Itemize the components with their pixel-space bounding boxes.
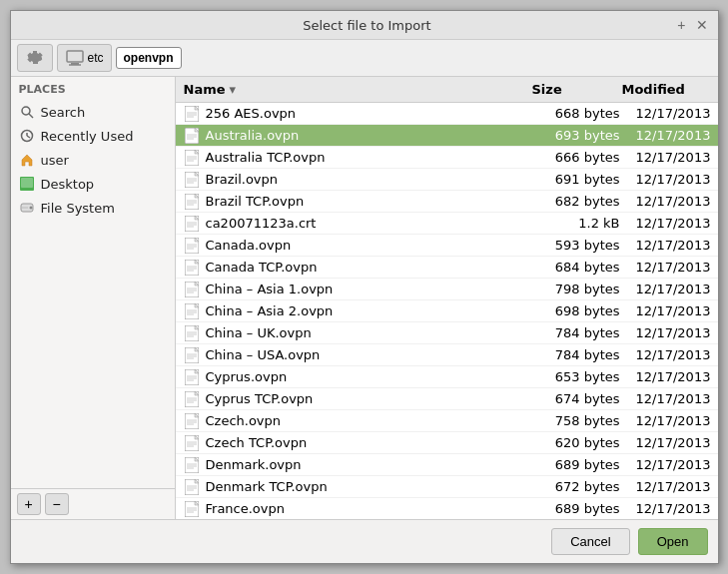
file-size: 698 bytes [538,302,628,319]
file-modified: 12/17/2013 [628,346,718,363]
file-name: Cyprus.ovpn [202,368,538,385]
file-icon [182,172,202,188]
maximize-button[interactable]: + [675,17,687,33]
sidebar-item-filesystem[interactable]: File System [11,196,175,220]
svg-line-5 [29,114,33,118]
desktop-icon [19,176,35,192]
file-modified: 12/17/2013 [628,412,718,429]
dialog-footer: Cancel Open [11,519,718,563]
file-icon [182,150,202,166]
sidebar-item-search[interactable]: Search [11,100,175,124]
file-list[interactable]: 256 AES.ovpn 668 bytes 12/17/2013 Austra… [176,103,718,519]
table-row[interactable]: Denmark.ovpn 689 bytes 12/17/2013 [176,454,718,476]
file-modified: 12/17/2013 [628,324,718,341]
file-size: 668 bytes [538,105,628,122]
close-button[interactable]: ✕ [694,17,710,33]
table-row[interactable]: Australia.ovpn 693 bytes 12/17/2013 [176,125,718,147]
table-row[interactable]: ca20071123a.crt 1.2 kB 12/17/2013 [176,213,718,235]
file-size: 693 bytes [538,127,628,144]
file-icon [182,325,202,341]
file-name: Denmark TCP.ovpn [202,478,538,495]
modified-column-header[interactable]: Modified [614,77,704,102]
table-row[interactable]: France.ovpn 689 bytes 12/17/2013 [176,498,718,519]
table-row[interactable]: Canada.ovpn 593 bytes 12/17/2013 [176,235,718,257]
sidebar-filesystem-label: File System [41,201,115,216]
cancel-button[interactable]: Cancel [551,528,629,555]
file-size: 682 bytes [538,193,628,210]
table-row[interactable]: Czech TCP.ovpn 620 bytes 12/17/2013 [176,432,718,454]
settings-icon [25,48,45,68]
file-modified: 12/17/2013 [628,478,718,495]
file-name: Canada.ovpn [202,237,538,254]
toolbar: etc openvpn [11,40,718,77]
file-name: Canada TCP.ovpn [202,259,538,276]
sidebar-item-user[interactable]: user [11,148,175,172]
openvpn-btn-label: openvpn [124,51,174,65]
clock-icon [19,128,35,144]
table-row[interactable]: China – USA.ovpn 784 bytes 12/17/2013 [176,344,718,366]
file-name: China – UK.ovpn [202,324,538,341]
table-row[interactable]: Canada TCP.ovpn 684 bytes 12/17/2013 [176,257,718,279]
file-size: 666 bytes [538,149,628,166]
file-icon [182,260,202,276]
computer-btn-label: etc [88,51,104,65]
table-row[interactable]: Brazil.ovpn 691 bytes 12/17/2013 [176,169,718,191]
file-icon [182,413,202,429]
table-row[interactable]: Australia TCP.ovpn 666 bytes 12/17/2013 [176,147,718,169]
svg-point-4 [22,107,30,115]
file-name: Brazil.ovpn [202,171,538,188]
table-row[interactable]: Cyprus.ovpn 653 bytes 12/17/2013 [176,366,718,388]
table-row[interactable]: Czech.ovpn 758 bytes 12/17/2013 [176,410,718,432]
table-row[interactable]: Cyprus TCP.ovpn 674 bytes 12/17/2013 [176,388,718,410]
sidebar-footer: + − [11,488,175,519]
file-icon [182,106,202,122]
file-icon [182,457,202,473]
file-size: 684 bytes [538,259,628,276]
file-size: 758 bytes [538,412,628,429]
home-icon [19,152,35,168]
file-modified: 12/17/2013 [628,500,718,517]
table-row[interactable]: 256 AES.ovpn 668 bytes 12/17/2013 [176,103,718,125]
file-icon [182,282,202,297]
file-icon [182,369,202,385]
sidebar-user-label: user [41,153,69,168]
sidebar-item-recently-used[interactable]: Recently Used [11,124,175,148]
table-row[interactable]: Brazil TCP.ovpn 682 bytes 12/17/2013 [176,191,718,213]
file-size: 691 bytes [538,171,628,188]
openvpn-toolbar-button[interactable]: openvpn [116,47,182,69]
file-size: 620 bytes [538,434,628,451]
select-file-dialog: Select file to Import + ✕ et [10,10,719,564]
file-modified: 12/17/2013 [628,237,718,254]
table-row[interactable]: China – UK.ovpn 784 bytes 12/17/2013 [176,322,718,344]
sidebar-header: Places [11,77,175,100]
file-list-header: Name ▾ Size Modified [176,77,718,103]
file-modified: 12/17/2013 [628,368,718,385]
file-modified: 12/17/2013 [628,105,718,122]
dialog-title: Select file to Import [59,18,676,33]
file-name: Cyprus TCP.ovpn [202,390,538,407]
titlebar: Select file to Import + ✕ [11,11,718,40]
file-icon [182,238,202,254]
settings-toolbar-button[interactable] [17,44,53,72]
file-icon [182,347,202,363]
file-size: 689 bytes [538,456,628,473]
sidebar-item-desktop[interactable]: Desktop [11,172,175,196]
file-name: France.ovpn [202,500,538,517]
file-icon [182,128,202,144]
add-bookmark-button[interactable]: + [17,493,41,515]
open-button[interactable]: Open [638,528,708,555]
table-row[interactable]: China – Asia 2.ovpn 698 bytes 12/17/2013 [176,300,718,322]
name-column-header[interactable]: Name ▾ [176,77,524,102]
file-name: Australia TCP.ovpn [202,149,538,166]
table-row[interactable]: Denmark TCP.ovpn 672 bytes 12/17/2013 [176,476,718,498]
table-row[interactable]: China – Asia 1.ovpn 798 bytes 12/17/2013 [176,279,718,300]
computer-toolbar-button[interactable]: etc [57,44,112,72]
file-icon [182,216,202,232]
file-name: China – Asia 1.ovpn [202,281,538,297]
size-column-header[interactable]: Size [524,77,614,102]
file-modified: 12/17/2013 [628,281,718,297]
remove-bookmark-button[interactable]: − [45,493,69,515]
file-icon [182,194,202,210]
file-name: China – USA.ovpn [202,346,538,363]
file-icon [182,435,202,451]
